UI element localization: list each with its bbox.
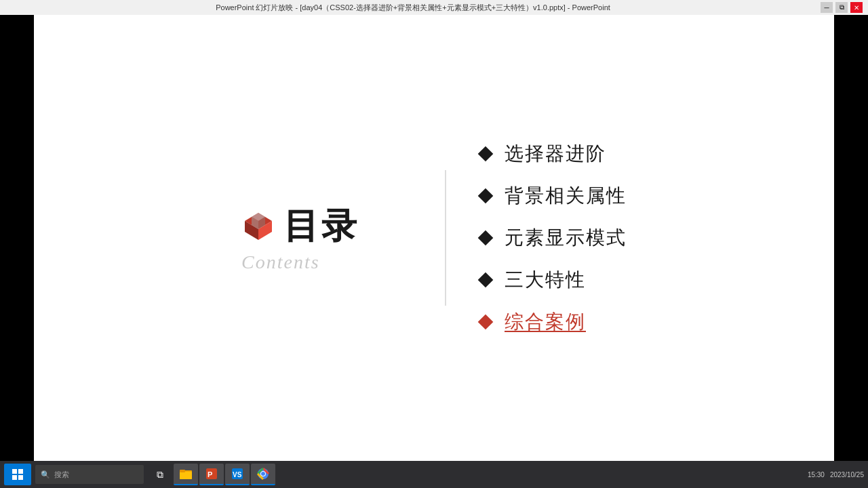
titlebar-title: PowerPoint 幻灯片放映 - [day04（CSS02-选择器进阶+背景…	[5, 3, 821, 13]
list-item: 元素显示模式	[480, 225, 627, 251]
titlebar-controls[interactable]: ─ ⧉ ✕	[821, 2, 863, 13]
time-display: 15:30	[808, 471, 825, 479]
taskbar: 🔍 搜索 ⧉ P VS	[0, 461, 868, 488]
file-explorer-taskbar[interactable]	[174, 464, 198, 485]
vscode-icon: VS	[231, 467, 244, 481]
svg-rect-11	[180, 472, 192, 479]
svg-rect-9	[18, 475, 23, 480]
date-display: 2023/10/25	[830, 471, 864, 479]
vscode-taskbar[interactable]: VS	[225, 464, 250, 485]
diamond-icon	[478, 272, 494, 288]
diamond-icon	[478, 230, 494, 246]
list-item: 选择器进阶	[480, 141, 627, 167]
svg-point-19	[261, 472, 265, 476]
item-text: 三大特性	[505, 267, 586, 293]
title-bar: PowerPoint 幻灯片放映 - [day04（CSS02-选择器进阶+背景…	[0, 0, 868, 15]
slide-title-section: 目录 Contents	[241, 203, 418, 273]
svg-rect-8	[12, 475, 17, 480]
diamond-icon	[478, 188, 494, 204]
list-item: 三大特性	[480, 267, 627, 293]
task-view-icon: ⧉	[157, 469, 163, 481]
restore-button[interactable]: ⧉	[835, 2, 848, 13]
list-item-highlighted: 综合案例	[480, 309, 627, 335]
windows-logo-icon	[12, 469, 23, 480]
svg-rect-7	[18, 469, 23, 474]
minimize-button[interactable]: ─	[821, 2, 833, 13]
slide-area: 目录 Contents 选择器进阶 背景相关属性 元素显示模式 三大特性	[34, 15, 834, 461]
item-text-highlighted: 综合案例	[505, 309, 586, 335]
sub-title: Contents	[241, 251, 320, 273]
item-text: 元素显示模式	[505, 225, 627, 251]
title-row: 目录	[241, 203, 359, 250]
system-tray: 15:30 2023/10/25	[808, 471, 864, 479]
diamond-icon	[478, 146, 494, 162]
section-divider	[445, 170, 446, 306]
chrome-taskbar[interactable]	[251, 464, 275, 485]
folder-icon	[179, 467, 193, 481]
diamond-icon-red	[478, 314, 494, 330]
taskbar-search[interactable]: 🔍 搜索	[35, 465, 144, 484]
start-button[interactable]	[4, 464, 31, 485]
svg-rect-6	[12, 469, 17, 474]
slide-content: 目录 Contents 选择器进阶 背景相关属性 元素显示模式 三大特性	[34, 15, 834, 461]
svg-rect-12	[180, 470, 185, 472]
list-item: 背景相关属性	[480, 183, 627, 209]
close-button[interactable]: ✕	[850, 2, 863, 13]
powerpoint-icon: P	[205, 467, 218, 481]
main-title: 目录	[283, 203, 359, 250]
powerpoint-taskbar[interactable]: P	[199, 464, 224, 485]
chrome-icon	[256, 467, 270, 481]
svg-text:VS: VS	[233, 471, 242, 479]
cube-icon	[241, 209, 275, 243]
item-text: 背景相关属性	[505, 183, 627, 209]
svg-text:P: P	[208, 470, 212, 479]
search-icon: 🔍	[41, 470, 50, 479]
item-text: 选择器进阶	[505, 141, 606, 167]
slide-list: 选择器进阶 背景相关属性 元素显示模式 三大特性 综合案例	[473, 141, 627, 335]
task-view-button[interactable]: ⧉	[148, 464, 172, 485]
